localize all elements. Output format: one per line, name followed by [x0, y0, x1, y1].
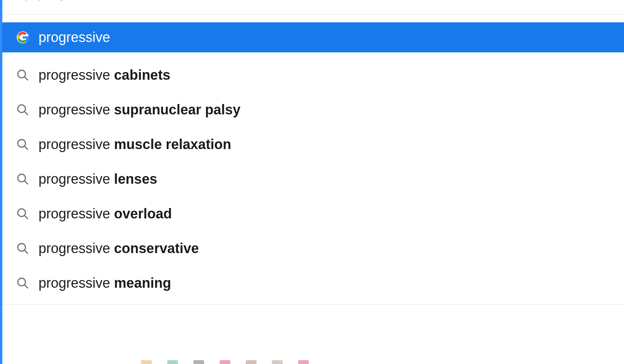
search-icon [16, 103, 29, 116]
address-bar-value: progressive [38, 0, 109, 1]
suggestion-list-footer-divider [2, 304, 624, 331]
svg-line-4 [25, 77, 28, 80]
svg-line-16 [25, 285, 28, 288]
address-bar-suggestion-dropdown: progressive progressive progressive cabi… [0, 0, 624, 364]
search-icon [16, 242, 29, 255]
suggestion-completion: overload [114, 206, 172, 221]
suggestion-text: progressive muscle relaxation [39, 136, 231, 153]
search-icon [16, 207, 29, 220]
svg-line-10 [25, 181, 28, 184]
suggestion-item[interactable]: progressive [2, 22, 624, 52]
suggestion-text: progressive meaning [39, 275, 171, 291]
search-icon [16, 138, 29, 151]
suggestion-completion: lenses [114, 171, 157, 187]
suggestion-completion: supranuclear palsy [114, 102, 240, 117]
suggestion-item[interactable]: progressive meaning [2, 266, 624, 300]
search-icon [16, 0, 29, 3]
suggestion-text: progressive supranuclear palsy [39, 102, 240, 118]
suggestion-prefix: progressive [39, 206, 114, 221]
suggestion-prefix: progressive [39, 240, 114, 256]
suggestion-text: progressive [39, 29, 110, 45]
suggestion-text: progressive overload [39, 206, 172, 222]
suggestion-prefix: progressive [39, 171, 114, 187]
suggestion-prefix: progressive [39, 29, 110, 45]
address-bar-input-row[interactable]: progressive [2, 0, 624, 15]
suggestion-prefix: progressive [39, 102, 114, 117]
google-icon [16, 31, 29, 44]
suggestion-completion: meaning [114, 275, 171, 291]
suggestion-text: progressive lenses [39, 171, 157, 187]
suggestion-completion: cabinets [114, 67, 170, 83]
suggestion-item[interactable]: progressive lenses [2, 162, 624, 196]
suggestion-completion: conservative [114, 240, 199, 256]
svg-line-14 [25, 250, 28, 253]
search-icon [16, 69, 29, 82]
suggestion-item[interactable]: progressive supranuclear palsy [2, 92, 624, 127]
suggestion-item[interactable]: progressive cabinets [2, 58, 624, 92]
suggestion-completion: muscle relaxation [114, 136, 231, 152]
cutoff-bottom-icons [2, 360, 624, 364]
suggestion-text: progressive cabinets [39, 67, 170, 83]
suggestion-prefix: progressive [39, 136, 114, 152]
svg-line-12 [25, 216, 28, 219]
suggestion-prefix: progressive [39, 275, 114, 291]
svg-line-6 [25, 112, 28, 115]
suggestion-item[interactable]: progressive overload [2, 196, 624, 231]
suggestion-text: progressive conservative [39, 240, 199, 257]
suggestion-item[interactable]: progressive muscle relaxation [2, 127, 624, 162]
search-icon [16, 173, 29, 186]
suggestion-list: progressive progressive cabinets progres… [2, 15, 624, 300]
suggestion-item[interactable]: progressive conservative [2, 231, 624, 266]
suggestion-prefix: progressive [39, 67, 114, 83]
search-icon [16, 277, 29, 290]
svg-line-8 [25, 146, 28, 149]
svg-line-1 [24, 0, 27, 2]
